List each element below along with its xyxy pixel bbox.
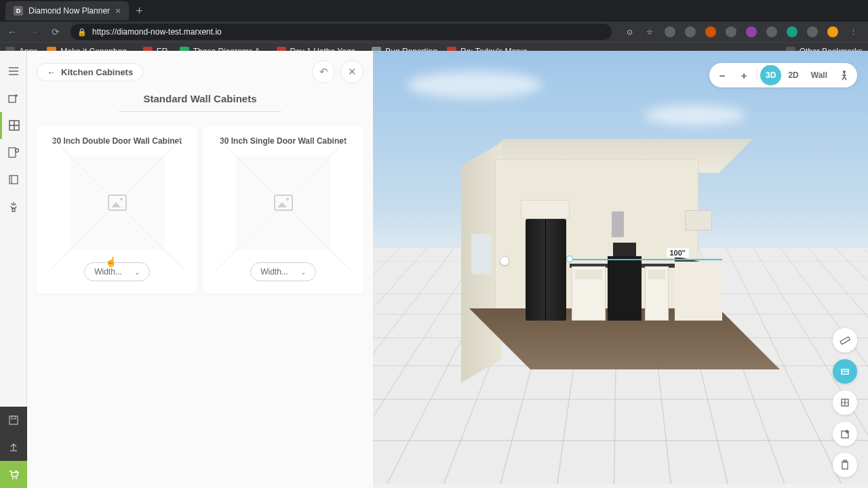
control-handle[interactable] [500, 256, 509, 266]
appliances-button[interactable] [0, 139, 27, 166]
width-select[interactable]: Width... ⌄ ☝ [84, 262, 150, 281]
catalog-panel: ← Kitchen Cabinets ↶ ✕ Standard Wall Cab… [27, 51, 373, 488]
ext-icon-1[interactable] [665, 26, 675, 37]
new-tab-button[interactable]: + [129, 4, 150, 18]
layers-button[interactable] [833, 390, 857, 415]
add-room-button[interactable] [0, 85, 27, 112]
width-label: Width... [260, 267, 288, 277]
measure-button[interactable] [833, 328, 857, 352]
range-hood [612, 211, 624, 237]
window [471, 234, 492, 274]
profile-avatar[interactable] [827, 26, 838, 37]
panel-title: Standard Wall Cabinets [37, 93, 363, 119]
product-title: 30 Inch Single Door Wall Cabinet [210, 136, 357, 146]
snap-button[interactable] [833, 359, 857, 384]
walkthrough-button[interactable] [834, 65, 854, 85]
width-label: Width... [94, 267, 122, 277]
cabinets-button[interactable] [0, 112, 27, 139]
menu-icon[interactable]: ⋮ [848, 26, 859, 37]
product-card[interactable]: 30 Inch Double Door Wall Cabinet Width..… [37, 127, 197, 293]
dimension-label: 100" [667, 248, 690, 258]
chevron-down-icon: ⌄ [134, 268, 140, 276]
lock-icon: 🔒 [77, 28, 87, 37]
base-cabinet [572, 266, 606, 321]
left-rail [0, 51, 27, 488]
menu-button[interactable] [0, 58, 27, 85]
forward-button[interactable]: → [27, 26, 41, 37]
back-button[interactable]: ← Kitchen Cabinets [37, 63, 143, 81]
url-field[interactable]: 🔒 https://diamond-now-test.marxent.io [71, 24, 612, 40]
translate-icon[interactable]: ⊙ [624, 26, 635, 37]
cursor-icon: ☝ [105, 256, 117, 267]
cloud-decoration [407, 71, 542, 98]
ext-icon-8[interactable] [807, 26, 818, 37]
zoom-in-button[interactable]: + [734, 65, 754, 85]
svg-rect-6 [12, 416, 16, 419]
arrow-left-icon: ← [47, 67, 56, 77]
image-placeholder-icon [236, 155, 331, 250]
star-icon[interactable]: ☆ [644, 26, 655, 37]
wall-cabinet [685, 210, 712, 230]
chevron-down-icon: ⌄ [300, 268, 306, 276]
reload-button[interactable]: ⟳ [49, 26, 62, 37]
room-model: 100" [461, 139, 719, 369]
svg-rect-10 [840, 337, 850, 344]
svg-rect-14 [842, 462, 848, 469]
svg-rect-0 [9, 96, 16, 102]
svg-rect-2 [9, 148, 16, 157]
export-button[interactable] [833, 422, 857, 446]
view-wall-button[interactable]: Wall [806, 65, 833, 85]
svg-rect-4 [9, 176, 18, 184]
address-bar: ← → ⟳ 🔒 https://diamond-now-test.marxent… [0, 22, 868, 42]
stove [608, 256, 642, 321]
product-title: 30 Inch Double Door Wall Cabinet [43, 136, 191, 146]
ext-icon-2[interactable] [685, 26, 696, 37]
ext-icon-3[interactable] [705, 26, 716, 37]
width-select[interactable]: Width... ⌄ [250, 262, 316, 281]
viewport-tools [833, 328, 857, 477]
svg-point-7 [12, 478, 14, 479]
tab-bar: D Diamond Now Planner × + [0, 0, 868, 22]
view-controls: − + 3D 2D Wall [709, 63, 857, 87]
counter-island [675, 256, 722, 321]
image-placeholder-icon [70, 155, 165, 250]
refrigerator [526, 219, 566, 321]
base-cabinet [645, 266, 669, 321]
view-2d-button[interactable]: 2D [783, 65, 804, 85]
svg-point-8 [16, 478, 17, 479]
ext-icon-4[interactable] [726, 26, 736, 37]
back-button[interactable]: ← [5, 26, 19, 37]
decor-button[interactable] [0, 193, 27, 220]
3d-viewport[interactable]: 100" − + 3D 2D Wall [373, 51, 868, 488]
svg-point-9 [843, 70, 846, 73]
save-button[interactable] [0, 407, 27, 434]
fixtures-button[interactable] [0, 166, 27, 193]
undo-button[interactable]: ↶ [312, 60, 335, 83]
zoom-out-button[interactable]: − [712, 65, 732, 85]
cloud-decoration [644, 105, 746, 125]
dimension-endpoint[interactable] [566, 256, 573, 262]
tab-favicon: D [14, 6, 23, 16]
close-panel-button[interactable]: ✕ [340, 60, 363, 83]
ext-icon-5[interactable] [746, 26, 757, 37]
share-button[interactable] [0, 434, 27, 461]
browser-tab[interactable]: D Diamond Now Planner × [5, 1, 129, 20]
close-tab-icon[interactable]: × [115, 5, 121, 16]
product-card[interactable]: 30 Inch Single Door Wall Cabinet Width..… [203, 127, 363, 293]
dimension-line: 100" [570, 259, 722, 260]
back-label: Kitchen Cabinets [61, 67, 133, 77]
clipboard-button[interactable] [833, 453, 857, 477]
upper-cabinet [521, 200, 570, 219]
cart-button[interactable] [0, 461, 27, 488]
view-3d-button[interactable]: 3D [760, 65, 781, 85]
ext-icon-6[interactable] [766, 26, 777, 37]
svg-rect-5 [9, 416, 18, 424]
url-text: https://diamond-now-test.marxent.io [92, 27, 222, 37]
ext-icon-7[interactable] [787, 26, 797, 37]
tab-title: Diamond Now Planner [28, 6, 110, 16]
